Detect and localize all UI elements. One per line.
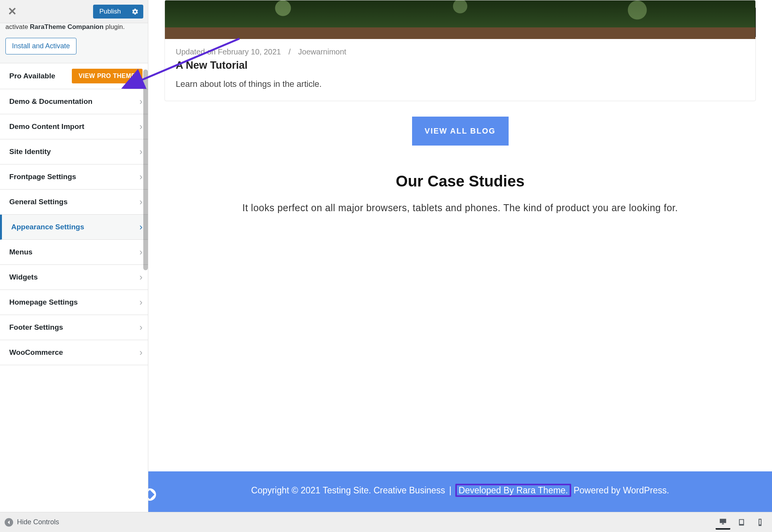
post-meta: Updated on February 10, 2021 / Joewarnim…	[176, 47, 745, 56]
pro-available-label: Pro Available	[9, 72, 55, 80]
case-studies-title: Our Case Studies	[176, 173, 744, 190]
chevron-right-icon: ›	[139, 197, 143, 207]
publish-settings-button[interactable]	[127, 5, 143, 19]
sidebar-scrollbar[interactable]	[143, 69, 148, 270]
post-date: Updated on February 10, 2021	[176, 47, 281, 56]
menu-site-identity[interactable]: Site Identity ›	[0, 139, 148, 164]
menu-general-settings[interactable]: General Settings ›	[0, 190, 148, 215]
view-all-blog-button[interactable]: VIEW ALL BLOG	[412, 117, 509, 146]
post-author[interactable]: Joewarnimont	[298, 47, 346, 56]
case-studies-section: Our Case Studies It looks perfect on all…	[161, 169, 760, 240]
chevron-right-icon: ›	[139, 272, 143, 283]
chevron-right-icon: ›	[139, 347, 143, 358]
menu-label: WooCommerce	[9, 348, 63, 357]
menu-label: Widgets	[9, 273, 38, 281]
meta-separator: /	[288, 47, 291, 56]
menu-demo-content-import[interactable]: Demo Content Import ›	[0, 114, 148, 139]
case-studies-subtitle: It looks perfect on all major browsers, …	[176, 199, 744, 217]
device-desktop-button[interactable]	[716, 515, 730, 530]
chevron-right-icon: ›	[139, 146, 143, 157]
mobile-icon	[756, 518, 764, 527]
customizer-bottom-bar: Hide Controls	[0, 512, 772, 532]
install-activate-button[interactable]: Install and Activate	[5, 38, 76, 54]
menu-homepage-settings[interactable]: Homepage Settings ›	[0, 290, 148, 315]
notice-plugin-name: RaraTheme Companion	[30, 23, 103, 30]
publish-group: Publish	[93, 5, 143, 19]
footer-powered-by: Powered by WordPress.	[573, 485, 669, 495]
publish-button[interactable]: Publish	[93, 5, 127, 19]
menu-demo-documentation[interactable]: Demo & Documentation ›	[0, 89, 148, 114]
device-tablet-button[interactable]	[734, 515, 749, 530]
desktop-icon	[719, 517, 727, 526]
chevron-right-icon: ›	[139, 297, 143, 308]
menu-label: General Settings	[9, 198, 68, 206]
chevron-right-icon: ›	[139, 222, 143, 232]
gear-icon	[132, 8, 139, 15]
customizer-sidebar: ✕ Publish activate RaraTheme Companion p…	[0, 0, 148, 512]
chevron-right-icon: ›	[139, 171, 143, 182]
blog-post-card: Updated on February 10, 2021 / Joewarnim…	[165, 0, 756, 101]
sidebar-topbar: ✕ Publish	[0, 0, 148, 23]
collapse-icon	[5, 518, 13, 527]
chevron-right-icon: ›	[139, 322, 143, 333]
plugin-notice: activate RaraTheme Companion plugin. Ins…	[0, 23, 148, 63]
menu-label: Footer Settings	[9, 323, 63, 332]
notice-prefix: activate	[5, 23, 30, 30]
edit-shortcut-icon[interactable]	[148, 488, 156, 501]
menu-label: Homepage Settings	[9, 298, 78, 307]
pro-available-row: Pro Available VIEW PRO THEME	[0, 63, 148, 89]
tablet-icon	[737, 518, 746, 527]
menu-woocommerce[interactable]: WooCommerce ›	[0, 340, 148, 365]
view-pro-theme-button[interactable]: VIEW PRO THEME	[72, 69, 143, 83]
site-preview: Updated on February 10, 2021 / Joewarnim…	[148, 0, 772, 512]
hide-controls-label: Hide Controls	[17, 518, 59, 526]
menu-label: Appearance Settings	[11, 223, 84, 231]
menu-menus[interactable]: Menus ›	[0, 240, 148, 265]
menu-label: Site Identity	[9, 147, 51, 156]
footer-developed-by[interactable]: Developed By Rara Theme.	[455, 484, 571, 497]
post-featured-image	[165, 0, 755, 39]
menu-label: Frontpage Settings	[9, 173, 76, 181]
post-title[interactable]: A New Tutorial	[176, 59, 745, 71]
chevron-right-icon: ›	[139, 121, 143, 132]
chevron-right-icon: ›	[139, 96, 143, 107]
chevron-right-icon: ›	[139, 247, 143, 258]
menu-widgets[interactable]: Widgets ›	[0, 265, 148, 290]
menu-label: Demo & Documentation	[9, 97, 92, 106]
hide-controls-button[interactable]: Hide Controls	[5, 518, 59, 527]
notice-suffix: plugin.	[103, 23, 125, 30]
footer-pipe: |	[449, 485, 451, 495]
menu-appearance-settings[interactable]: Appearance Settings ›	[0, 215, 148, 240]
menu-label: Demo Content Import	[9, 122, 84, 131]
menu-footer-settings[interactable]: Footer Settings ›	[0, 315, 148, 340]
footer-copyright: Copyright © 2021 Testing Site. Creative …	[251, 485, 448, 495]
menu-label: Menus	[9, 248, 32, 256]
menu-frontpage-settings[interactable]: Frontpage Settings ›	[0, 164, 148, 190]
device-mobile-button[interactable]	[753, 515, 767, 530]
close-button[interactable]: ✕	[8, 5, 17, 18]
site-footer: Copyright © 2021 Testing Site. Creative …	[148, 471, 772, 512]
post-excerpt: Learn about lots of things in the articl…	[176, 79, 745, 89]
